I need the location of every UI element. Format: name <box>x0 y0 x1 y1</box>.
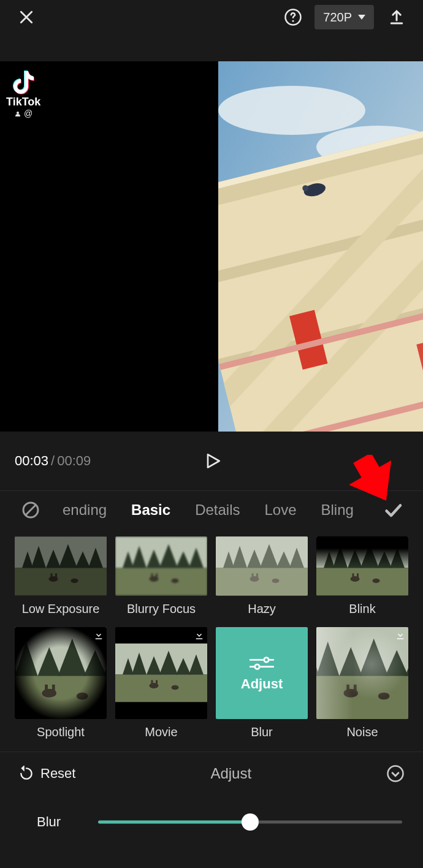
reset-label: Reset <box>40 766 75 782</box>
download-icon <box>395 630 406 641</box>
export-button[interactable] <box>383 3 411 31</box>
svg-point-15 <box>218 86 365 135</box>
svg-marker-30 <box>349 455 398 504</box>
effect-thumb <box>115 641 207 705</box>
annotation-arrow <box>349 455 398 504</box>
effect-low-exposure[interactable]: Low Exposure <box>15 536 107 616</box>
adjust-panel-title: Adjust <box>79 765 383 782</box>
effect-label: Movie <box>145 725 177 739</box>
chevron-down-circle-icon <box>386 764 405 783</box>
download-icon <box>194 630 205 641</box>
duration: 00:09 <box>57 453 91 468</box>
no-effect-icon <box>21 500 40 520</box>
user-icon <box>14 110 21 118</box>
reset-button[interactable]: Reset <box>15 765 79 782</box>
effect-hazy[interactable]: Hazy <box>216 536 308 616</box>
preview-segment-right <box>218 61 423 432</box>
effect-blur[interactable]: Adjust Blur <box>216 627 308 739</box>
chevron-down-icon <box>358 15 365 20</box>
download-icon <box>93 630 104 641</box>
play-button[interactable] <box>198 445 227 477</box>
effect-spotlight[interactable]: Spotlight <box>15 627 107 739</box>
effect-thumb <box>115 536 207 596</box>
close-icon <box>17 8 36 26</box>
adjust-tile-label: Adjust <box>241 676 283 692</box>
svg-line-32 <box>26 505 36 515</box>
tiktok-watermark: TikTok @ <box>6 67 40 118</box>
help-icon <box>284 8 302 26</box>
tab-love[interactable]: Love <box>263 499 297 521</box>
adjust-tile[interactable]: Adjust <box>216 627 308 719</box>
effect-label: Low Exposure <box>22 602 100 616</box>
reset-icon <box>18 766 34 782</box>
help-button[interactable] <box>279 3 307 31</box>
resolution-dropdown[interactable]: 720P <box>314 5 374 29</box>
current-time: 00:03 <box>15 453 48 468</box>
slider-label: Blur <box>37 814 74 830</box>
tab-ending[interactable]: ending <box>61 499 108 521</box>
tiktok-logo-icon <box>9 67 38 97</box>
effect-blurry-focus[interactable]: Blurry Focus <box>115 536 207 616</box>
tab-basic[interactable]: Basic <box>130 499 172 521</box>
collapse-button[interactable] <box>383 764 408 783</box>
play-icon <box>203 450 223 472</box>
effect-noise[interactable]: Noise <box>316 627 408 739</box>
video-preview[interactable]: TikTok @ <box>0 61 423 432</box>
tiktok-brand-text: TikTok <box>6 96 40 108</box>
export-icon <box>387 8 406 26</box>
svg-point-36 <box>255 664 260 669</box>
blur-slider[interactable] <box>98 813 402 831</box>
tab-details[interactable]: Details <box>194 499 241 521</box>
effect-label: Hazy <box>248 602 276 616</box>
tiktok-user-handle: @ <box>14 108 32 118</box>
svg-point-37 <box>388 766 403 781</box>
time-display: 00:03/00:09 <box>15 453 91 469</box>
effect-label: Spotlight <box>37 725 85 739</box>
svg-point-34 <box>264 657 269 662</box>
effect-label: Blur <box>251 725 273 739</box>
close-button[interactable] <box>12 3 40 31</box>
resolution-label: 720P <box>323 10 352 25</box>
effect-label: Blink <box>349 602 375 616</box>
effect-label: Blurry Focus <box>127 602 196 616</box>
effect-blink[interactable]: Blink <box>316 536 408 616</box>
svg-point-13 <box>292 20 294 22</box>
effect-label: Noise <box>346 725 378 739</box>
preview-segment-left: TikTok @ <box>0 61 218 432</box>
sliders-icon <box>248 654 276 672</box>
effect-movie[interactable]: Movie <box>115 627 207 739</box>
no-effect-button[interactable] <box>16 495 45 525</box>
